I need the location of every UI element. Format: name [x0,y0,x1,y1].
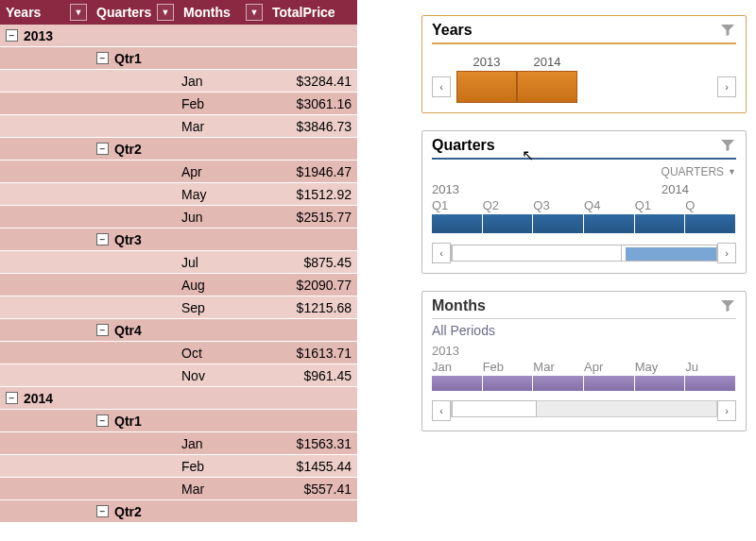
month-label: Jul [181,255,198,270]
pivot-year-row[interactable]: −2013 [0,25,357,47]
timeline-segment[interactable] [685,376,736,391]
pivot-quarter-row[interactable]: −Qtr2 [0,500,357,523]
pivot-quarter-row[interactable]: −Qtr3 [0,228,357,251]
scroll-tail [626,247,716,261]
slicer-year-item[interactable]: 2013 [456,71,517,103]
month-tick-label: Apr [584,360,635,374]
collapse-icon[interactable]: − [6,29,18,42]
month-label: Oct [181,346,202,361]
nav-right-button[interactable]: › [717,76,736,97]
collapse-icon[interactable]: − [96,414,109,427]
pivot-data-row[interactable]: Jan$1563.31 [0,432,357,455]
scroll-thumb[interactable] [452,245,622,262]
header-quarters-label: Quarters [96,5,151,20]
pivot-quarter-row[interactable]: −Qtr1 [0,47,357,70]
timeline-segment[interactable] [584,376,635,391]
timeline-segment[interactable] [483,376,534,391]
pivot-quarter-row[interactable]: −Qtr2 [0,138,357,161]
timeline-segment[interactable] [533,214,584,233]
slicer-year-label: 2014 [534,55,561,69]
pivot-header-quarters[interactable]: Quarters ▼ [91,0,178,25]
timeline-months[interactable]: Months All Periods 2013 JanFebMarAprMayJ… [421,291,747,431]
pivot-data-row[interactable]: May$1512.92 [0,183,357,206]
timeline-segment[interactable] [483,214,534,233]
slicer-year-label: 2013 [473,55,501,69]
dropdown-icon[interactable]: ▼ [70,4,87,21]
quarter-label: Qtr1 [114,414,142,429]
timeline-segment[interactable] [432,376,483,391]
collapse-icon[interactable]: − [96,143,109,155]
pivot-data-row[interactable]: Aug$2090.77 [0,274,357,296]
timeline-segment[interactable] [635,376,686,391]
pivot-data-row[interactable]: Feb$3061.16 [0,93,357,115]
quarter-label: Qtr2 [114,142,142,157]
scroll-left-button[interactable]: ‹ [432,243,451,263]
timeline-segment[interactable] [635,214,686,233]
pivot-quarter-row[interactable]: −Qtr4 [0,319,357,342]
total-value: $875.45 [303,255,352,270]
quarter-tick-label: Q [685,198,736,212]
quarter-tick-label: Q1 [432,198,483,212]
month-label: Feb [181,459,204,474]
pivot-data-row[interactable]: Feb$1455.44 [0,455,357,478]
month-tick-label: Feb [483,360,534,374]
timeline-bar[interactable] [432,376,736,391]
filter-icon[interactable] [719,22,736,39]
timeline-bar[interactable] [432,214,736,233]
pivot-data-row[interactable]: Apr$1946.47 [0,161,357,183]
timeline-quarters-title: Quarters [432,137,495,154]
slicer-year-item[interactable]: 2014 [517,71,577,103]
timeline-months-title: Months [432,297,486,314]
year-label: 2014 [24,391,53,406]
collapse-icon[interactable]: − [6,392,18,404]
pivot-data-row[interactable]: Mar$3846.73 [0,115,357,138]
month-label: Mar [181,482,204,497]
pivot-header-months[interactable]: Months ▼ [178,0,266,25]
filter-icon[interactable] [719,297,736,314]
timeline-segment[interactable] [432,214,483,233]
month-tick-label: May [635,360,686,374]
month-label: Sep [181,300,205,315]
pivot-data-row[interactable]: Jan$3284.41 [0,70,357,93]
timeline-quarters[interactable]: Quarters QUARTERS ▼ 2013 2014 Q1Q2Q3Q4Q1… [421,130,747,274]
month-label: Apr [181,164,202,179]
month-label: Jan [181,436,203,451]
scroll-right-button[interactable]: › [717,243,736,263]
pivot-data-row[interactable]: Jun$2515.77 [0,206,357,228]
scroll-thumb[interactable] [452,400,537,417]
header-total-label: TotalPrice [272,5,335,20]
collapse-icon[interactable]: − [96,505,109,517]
timeline-level-selector[interactable]: QUARTERS ▼ [432,165,736,178]
dropdown-icon[interactable]: ▼ [246,4,263,21]
collapse-icon[interactable]: − [96,324,109,336]
timeline-segment[interactable] [584,214,635,233]
total-value: $2090.77 [297,278,352,293]
slicer-years[interactable]: Years ‹ 20132014 › [421,15,747,113]
pivot-header-years[interactable]: Years ▼ [0,0,91,25]
pivot-data-row[interactable]: Mar$557.41 [0,478,357,500]
total-value: $1563.31 [297,436,352,451]
pivot-year-row[interactable]: −2014 [0,387,357,410]
total-value: $557.41 [303,482,352,497]
pivot-quarter-row[interactable]: −Qtr1 [0,410,357,432]
scroll-track[interactable] [451,245,717,262]
filter-icon[interactable] [719,137,736,154]
scroll-left-button[interactable]: ‹ [432,400,451,421]
scroll-right-button[interactable]: › [717,400,736,421]
pivot-data-row[interactable]: Nov$961.45 [0,364,357,387]
quarter-tick-label: Q1 [635,198,686,212]
pivot-data-row[interactable]: Sep$1215.68 [0,296,357,319]
pivot-data-row[interactable]: Oct$1613.71 [0,342,357,364]
scroll-track[interactable] [451,400,717,417]
nav-left-button[interactable]: ‹ [432,76,451,97]
pivot-table: Years ▼ Quarters ▼ Months ▼ TotalPrice −… [0,0,357,541]
pivot-data-row[interactable]: Jul$875.45 [0,251,357,274]
timeline-segment[interactable] [533,376,584,391]
slicer-years-title: Years [432,22,472,39]
collapse-icon[interactable]: − [96,233,109,245]
total-value: $961.45 [303,368,352,383]
timeline-segment[interactable] [685,214,736,233]
collapse-icon[interactable]: − [96,52,109,64]
header-months-label: Months [183,5,231,20]
dropdown-icon[interactable]: ▼ [157,4,174,21]
